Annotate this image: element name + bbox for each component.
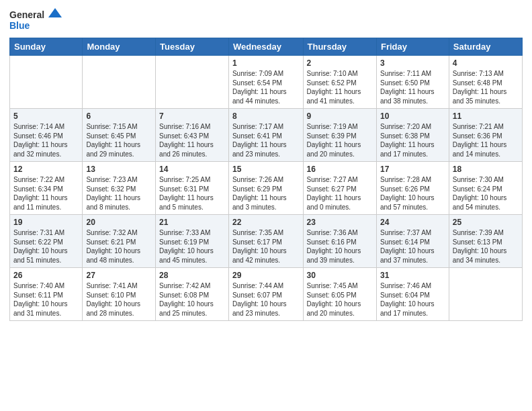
header-row: SundayMondayTuesdayWednesdayThursdayFrid… [10, 38, 523, 56]
day-cell: 3Sunrise: 7:11 AM Sunset: 6:50 PM Daylig… [376, 56, 449, 109]
day-info: Sunrise: 7:46 AM Sunset: 6:04 PM Dayligh… [380, 281, 445, 318]
day-info: Sunrise: 7:15 AM Sunset: 6:45 PM Dayligh… [86, 122, 152, 158]
day-cell: 31Sunrise: 7:46 AM Sunset: 6:04 PM Dayli… [376, 268, 449, 321]
day-info: Sunrise: 7:13 AM Sunset: 6:48 PM Dayligh… [453, 69, 519, 105]
day-info: Sunrise: 7:23 AM Sunset: 6:32 PM Dayligh… [86, 175, 152, 212]
day-cell: 18Sunrise: 7:30 AM Sunset: 6:24 PM Dayli… [449, 162, 522, 215]
day-cell: 2Sunrise: 7:10 AM Sunset: 6:52 PM Daylig… [303, 56, 376, 109]
day-info: Sunrise: 7:33 AM Sunset: 6:19 PM Dayligh… [159, 228, 225, 265]
day-number: 2 [307, 58, 373, 68]
day-info: Sunrise: 7:30 AM Sunset: 6:24 PM Dayligh… [453, 175, 519, 212]
day-cell: 7Sunrise: 7:16 AM Sunset: 6:43 PM Daylig… [156, 109, 229, 162]
day-info: Sunrise: 7:19 AM Sunset: 6:39 PM Dayligh… [307, 122, 373, 158]
svg-text:Blue: Blue [9, 20, 30, 31]
day-info: Sunrise: 7:17 AM Sunset: 6:41 PM Dayligh… [232, 122, 300, 158]
day-cell: 17Sunrise: 7:28 AM Sunset: 6:26 PM Dayli… [376, 162, 449, 215]
day-cell: 6Sunrise: 7:15 AM Sunset: 6:45 PM Daylig… [83, 109, 156, 162]
day-number: 26 [13, 271, 79, 280]
day-info: Sunrise: 7:26 AM Sunset: 6:29 PM Dayligh… [232, 175, 300, 212]
day-cell: 22Sunrise: 7:35 AM Sunset: 6:17 PM Dayli… [228, 215, 303, 268]
day-info: Sunrise: 7:22 AM Sunset: 6:34 PM Dayligh… [13, 175, 79, 212]
day-number: 6 [86, 111, 152, 121]
day-info: Sunrise: 7:25 AM Sunset: 6:31 PM Dayligh… [159, 175, 225, 212]
day-cell: 5Sunrise: 7:14 AM Sunset: 6:46 PM Daylig… [10, 109, 83, 162]
week-row-5: 26Sunrise: 7:40 AM Sunset: 6:11 PM Dayli… [10, 268, 523, 321]
day-number: 5 [13, 111, 79, 121]
day-info: Sunrise: 7:31 AM Sunset: 6:22 PM Dayligh… [13, 228, 79, 265]
col-header-friday: Friday [376, 38, 449, 56]
day-number: 9 [307, 111, 373, 121]
week-row-2: 5Sunrise: 7:14 AM Sunset: 6:46 PM Daylig… [10, 109, 523, 162]
day-cell: 10Sunrise: 7:20 AM Sunset: 6:38 PM Dayli… [376, 109, 449, 162]
day-cell: 29Sunrise: 7:44 AM Sunset: 6:07 PM Dayli… [228, 268, 303, 321]
col-header-wednesday: Wednesday [228, 38, 303, 56]
day-info: Sunrise: 7:41 AM Sunset: 6:10 PM Dayligh… [86, 281, 152, 318]
day-cell: 28Sunrise: 7:42 AM Sunset: 6:08 PM Dayli… [156, 268, 229, 321]
day-cell: 14Sunrise: 7:25 AM Sunset: 6:31 PM Dayli… [156, 162, 229, 215]
col-header-saturday: Saturday [449, 38, 522, 56]
day-cell: 15Sunrise: 7:26 AM Sunset: 6:29 PM Dayli… [228, 162, 303, 215]
day-info: Sunrise: 7:35 AM Sunset: 6:17 PM Dayligh… [232, 228, 300, 265]
day-info: Sunrise: 7:39 AM Sunset: 6:13 PM Dayligh… [453, 228, 519, 265]
day-info: Sunrise: 7:42 AM Sunset: 6:08 PM Dayligh… [159, 281, 225, 318]
day-number: 8 [232, 111, 300, 121]
generalblue-logo-icon: General Blue [9, 7, 63, 34]
week-row-4: 19Sunrise: 7:31 AM Sunset: 6:22 PM Dayli… [10, 215, 523, 268]
day-cell: 21Sunrise: 7:33 AM Sunset: 6:19 PM Dayli… [156, 215, 229, 268]
day-cell: 25Sunrise: 7:39 AM Sunset: 6:13 PM Dayli… [449, 215, 522, 268]
day-cell: 12Sunrise: 7:22 AM Sunset: 6:34 PM Dayli… [10, 162, 83, 215]
day-cell: 30Sunrise: 7:45 AM Sunset: 6:05 PM Dayli… [303, 268, 376, 321]
day-number: 7 [159, 111, 225, 121]
day-cell: 8Sunrise: 7:17 AM Sunset: 6:41 PM Daylig… [228, 109, 303, 162]
day-cell [83, 56, 156, 109]
day-info: Sunrise: 7:40 AM Sunset: 6:11 PM Dayligh… [13, 281, 79, 318]
day-cell: 9Sunrise: 7:19 AM Sunset: 6:39 PM Daylig… [303, 109, 376, 162]
day-cell: 27Sunrise: 7:41 AM Sunset: 6:10 PM Dayli… [83, 268, 156, 321]
day-info: Sunrise: 7:11 AM Sunset: 6:50 PM Dayligh… [380, 69, 445, 105]
day-number: 18 [453, 165, 519, 174]
day-info: Sunrise: 7:10 AM Sunset: 6:52 PM Dayligh… [307, 69, 373, 105]
day-number: 29 [232, 271, 300, 280]
day-number: 28 [159, 271, 225, 280]
day-info: Sunrise: 7:32 AM Sunset: 6:21 PM Dayligh… [86, 228, 152, 265]
day-number: 11 [453, 111, 519, 121]
day-number: 3 [380, 58, 445, 68]
day-cell: 13Sunrise: 7:23 AM Sunset: 6:32 PM Dayli… [83, 162, 156, 215]
svg-marker-2 [48, 8, 62, 17]
day-cell: 20Sunrise: 7:32 AM Sunset: 6:21 PM Dayli… [83, 215, 156, 268]
day-cell: 24Sunrise: 7:37 AM Sunset: 6:14 PM Dayli… [376, 215, 449, 268]
day-cell [10, 56, 83, 109]
day-info: Sunrise: 7:16 AM Sunset: 6:43 PM Dayligh… [159, 122, 225, 158]
day-cell: 19Sunrise: 7:31 AM Sunset: 6:22 PM Dayli… [10, 215, 83, 268]
col-header-monday: Monday [83, 38, 156, 56]
day-number: 24 [380, 218, 445, 227]
day-info: Sunrise: 7:36 AM Sunset: 6:16 PM Dayligh… [307, 228, 373, 265]
day-number: 31 [380, 271, 445, 280]
day-info: Sunrise: 7:09 AM Sunset: 6:54 PM Dayligh… [232, 69, 300, 105]
day-cell: 1Sunrise: 7:09 AM Sunset: 6:54 PM Daylig… [228, 56, 303, 109]
page: General Blue SundayMondayTuesdayWednesda… [0, 0, 532, 411]
day-cell [449, 268, 522, 321]
day-cell: 23Sunrise: 7:36 AM Sunset: 6:16 PM Dayli… [303, 215, 376, 268]
day-number: 4 [453, 58, 519, 68]
day-number: 15 [232, 165, 300, 174]
day-number: 25 [453, 218, 519, 227]
day-info: Sunrise: 7:14 AM Sunset: 6:46 PM Dayligh… [13, 122, 79, 158]
header: General Blue [9, 7, 523, 34]
day-number: 30 [307, 271, 373, 280]
day-number: 17 [380, 165, 445, 174]
day-number: 27 [86, 271, 152, 280]
day-number: 14 [159, 165, 225, 174]
col-header-thursday: Thursday [303, 38, 376, 56]
week-row-3: 12Sunrise: 7:22 AM Sunset: 6:34 PM Dayli… [10, 162, 523, 215]
day-info: Sunrise: 7:20 AM Sunset: 6:38 PM Dayligh… [380, 122, 445, 158]
day-cell [156, 56, 229, 109]
day-number: 1 [232, 58, 300, 68]
day-info: Sunrise: 7:27 AM Sunset: 6:27 PM Dayligh… [307, 175, 373, 212]
day-number: 13 [86, 165, 152, 174]
week-row-1: 1Sunrise: 7:09 AM Sunset: 6:54 PM Daylig… [10, 56, 523, 109]
day-number: 12 [13, 165, 79, 174]
day-cell: 16Sunrise: 7:27 AM Sunset: 6:27 PM Dayli… [303, 162, 376, 215]
day-info: Sunrise: 7:37 AM Sunset: 6:14 PM Dayligh… [380, 228, 445, 265]
day-info: Sunrise: 7:28 AM Sunset: 6:26 PM Dayligh… [380, 175, 445, 212]
